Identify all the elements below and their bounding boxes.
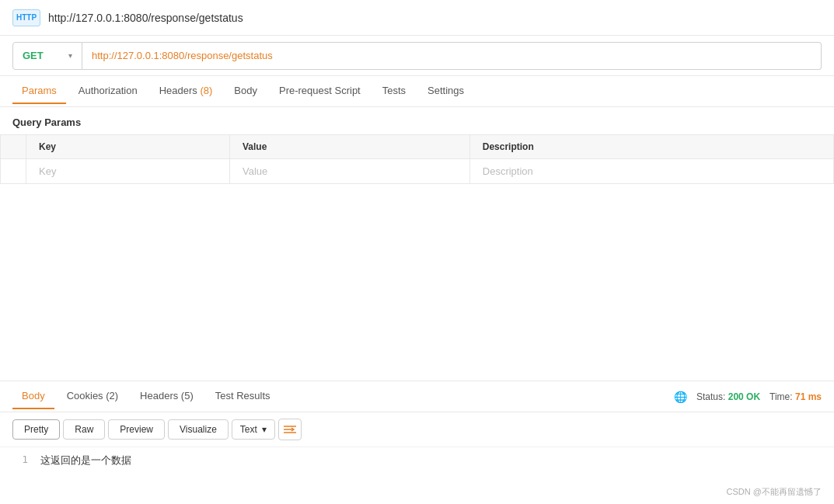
response-tab-nav: Body Cookies (2) Headers (5) Test Result… [0, 381, 834, 412]
tab-headers[interactable]: Headers (8) [150, 78, 222, 104]
text-dropdown-label: Text [240, 424, 257, 435]
url-bar: GET ▾ [0, 36, 834, 76]
title-url: http://127.0.0.1:8080/response/getstatus [48, 12, 243, 24]
row-description-cell[interactable]: Description [469, 159, 833, 184]
response-meta: 🌐 Status: 200 OK Time: 71 ms [674, 391, 822, 403]
raw-button[interactable]: Raw [63, 419, 105, 440]
row-key-cell[interactable]: Key [26, 159, 230, 184]
status-label: Status: 200 OK [696, 391, 760, 402]
chevron-down-icon: ▾ [68, 51, 72, 60]
line-number-1: 1 [12, 454, 28, 468]
response-area: Body Cookies (2) Headers (5) Test Result… [0, 381, 834, 504]
row-value-cell[interactable]: Value [230, 159, 470, 184]
tab-tests[interactable]: Tests [373, 78, 415, 104]
table-header-key: Key [26, 135, 230, 159]
table-header-checkbox [1, 135, 26, 159]
method-selector[interactable]: GET ▾ [12, 42, 82, 70]
text-dropdown[interactable]: Text ▾ [232, 419, 275, 440]
title-bar: HTTP http://127.0.0.1:8080/response/gets… [0, 0, 834, 36]
format-toolbar: Pretty Raw Preview Visualize Text ▾ [0, 412, 834, 447]
response-tab-body[interactable]: Body [12, 384, 54, 409]
response-tab-headers[interactable]: Headers (5) [131, 384, 203, 409]
tab-body[interactable]: Body [225, 78, 267, 104]
table-header-value: Value [230, 135, 470, 159]
text-dropdown-chevron: ▾ [262, 424, 267, 435]
method-text: GET [23, 50, 44, 61]
row-checkbox-cell [1, 159, 26, 184]
tab-settings[interactable]: Settings [418, 78, 473, 104]
response-tab-test-results[interactable]: Test Results [206, 384, 280, 409]
preview-button[interactable]: Preview [108, 419, 165, 440]
time-label: Time: 71 ms [769, 391, 822, 402]
table-header-description: Description [469, 135, 833, 159]
visualize-button[interactable]: Visualize [168, 419, 229, 440]
response-text-1: 这返回的是一个数据 [40, 454, 131, 468]
tab-authorization[interactable]: Authorization [69, 78, 147, 104]
response-body: 1 这返回的是一个数据 [0, 447, 834, 474]
tab-params[interactable]: Params [12, 78, 66, 104]
wrap-icon[interactable] [278, 419, 302, 440]
url-input[interactable] [82, 42, 822, 70]
http-icon: HTTP [12, 9, 40, 26]
globe-icon: 🌐 [674, 391, 687, 403]
watermark: CSDN @不能再留遗憾了 [727, 486, 822, 498]
tab-pre-request-script[interactable]: Pre-request Script [270, 78, 370, 104]
pretty-button[interactable]: Pretty [12, 419, 60, 440]
request-tab-nav: Params Authorization Headers (8) Body Pr… [0, 76, 834, 107]
query-params-table: Key Value Description Key Value Descript… [0, 134, 834, 184]
table-row: Key Value Description [1, 159, 834, 184]
query-params-title: Query Params [0, 107, 834, 134]
response-tab-cookies[interactable]: Cookies (2) [58, 384, 127, 409]
